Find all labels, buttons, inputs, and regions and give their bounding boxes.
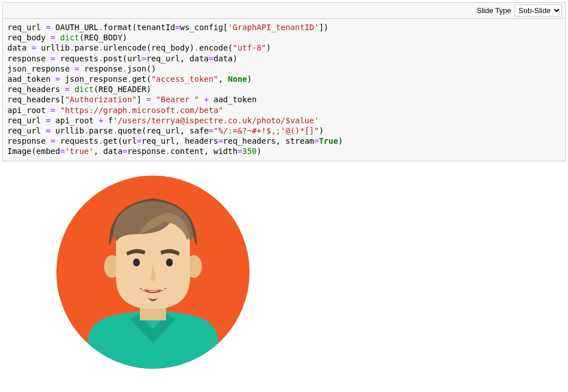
code-line-10: req_url = api_root + f'/users/terrya@isp… [7, 116, 319, 125]
svg-point-5 [133, 258, 140, 266]
slide-type-label: Slide Type [477, 6, 511, 15]
code-line-13: Image(embed='true', data=response.conten… [7, 147, 262, 156]
code-line-8: req_headers["Authorization"] = "Bearer "… [7, 95, 256, 104]
avatar-image [53, 173, 252, 372]
code-line-9: api_root = "https://graph.microsoft.com/… [7, 106, 223, 115]
cell-output [2, 161, 566, 372]
code-line-3: data = urllib.parse.urlencode(req_body).… [7, 43, 271, 52]
cell-toolbar: Slide Type Sub-Slide [2, 2, 566, 19]
code-line-12: response = requests.get(url=req_url, hea… [7, 136, 343, 145]
slide-type-select[interactable]: Sub-Slide [515, 5, 562, 16]
code-line-1: req_url = OAUTH_URL.format(tenantId=ws_c… [7, 23, 329, 32]
code-line-2: req_body = dict(REQ_BODY) [7, 33, 127, 42]
code-cell[interactable]: req_url = OAUTH_URL.format(tenantId=ws_c… [2, 19, 566, 161]
code-line-11: req_url = urllib.parse.quote(req_url, sa… [7, 126, 324, 135]
code-line-4: response = requests.post(url=req_url, da… [7, 54, 238, 63]
code-line-5: json_response = response.json() [7, 64, 156, 73]
code-line-7: req_headers = dict(REQ_HEADER) [7, 85, 151, 94]
code-line-6: aad_token = json_response.get("access_to… [7, 74, 252, 84]
svg-point-6 [166, 258, 173, 266]
